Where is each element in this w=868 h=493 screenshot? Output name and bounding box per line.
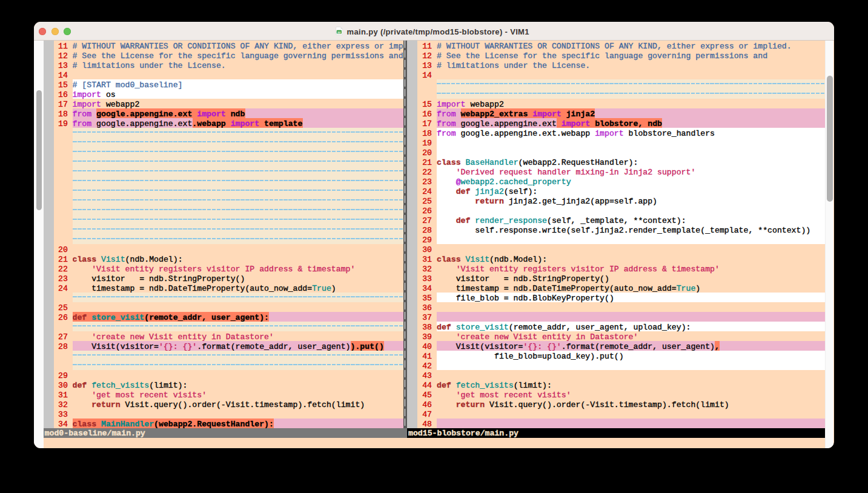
svg-text:py: py (337, 30, 341, 33)
